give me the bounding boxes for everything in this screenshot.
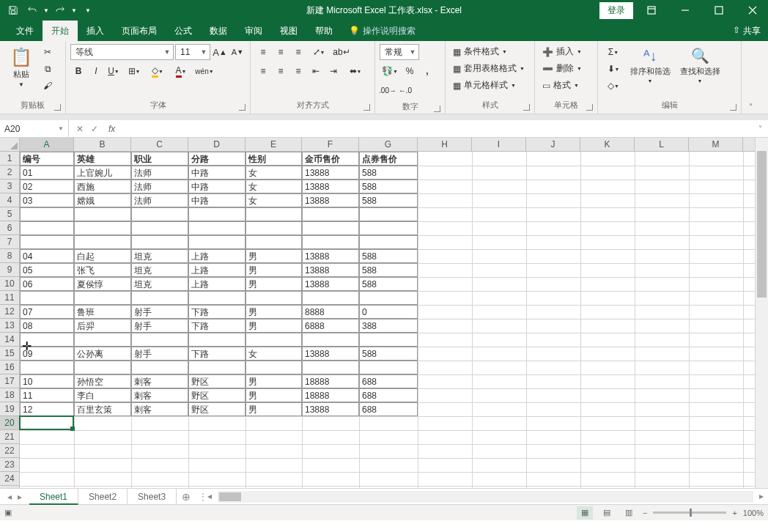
cell[interactable]: 公孙离 bbox=[74, 347, 131, 361]
col-header-B[interactable]: B bbox=[74, 138, 131, 151]
tab-formula[interactable]: 公式 bbox=[166, 21, 201, 41]
cell[interactable] bbox=[302, 235, 359, 249]
align-middle-button[interactable]: ≡ bbox=[273, 44, 289, 60]
cell[interactable]: 野区 bbox=[188, 402, 245, 416]
cell[interactable]: 01 bbox=[20, 166, 74, 180]
row-header-21[interactable]: 21 bbox=[0, 430, 19, 444]
cell[interactable]: 张飞 bbox=[74, 263, 131, 277]
cell[interactable]: 射手 bbox=[131, 347, 188, 361]
cell[interactable]: 性别 bbox=[245, 152, 302, 166]
cell[interactable]: 男 bbox=[245, 249, 302, 263]
row-header-13[interactable]: 13 bbox=[0, 319, 19, 333]
col-header-J[interactable]: J bbox=[526, 138, 580, 151]
cell[interactable] bbox=[245, 221, 302, 235]
cell[interactable] bbox=[188, 235, 245, 249]
cell[interactable]: 中路 bbox=[188, 166, 245, 180]
increase-font-button[interactable]: A▲ bbox=[212, 44, 228, 60]
cell[interactable]: 6888 bbox=[302, 319, 359, 333]
cell[interactable] bbox=[188, 333, 245, 347]
cell[interactable]: 13888 bbox=[302, 277, 359, 291]
tab-view[interactable]: 视图 bbox=[271, 21, 306, 41]
collapse-ribbon-button[interactable]: ˄ bbox=[749, 103, 753, 111]
sheet-tab-2[interactable]: Sheet2 bbox=[78, 489, 128, 505]
cell[interactable]: 13888 bbox=[302, 263, 359, 277]
tell-me-search[interactable]: 💡 操作说明搜索 bbox=[349, 25, 416, 37]
cell[interactable]: 18888 bbox=[302, 374, 359, 388]
cell[interactable]: 职业 bbox=[131, 152, 188, 166]
cell[interactable] bbox=[245, 333, 302, 347]
column-headers[interactable]: ABCDEFGHIJKLM bbox=[20, 138, 755, 152]
number-format-select[interactable]: 常规▼ bbox=[380, 44, 419, 60]
row-header-4[interactable]: 4 bbox=[0, 193, 19, 207]
cell[interactable]: 07 bbox=[20, 305, 74, 319]
cell[interactable]: 13888 bbox=[302, 347, 359, 361]
cell[interactable] bbox=[188, 221, 245, 235]
cell[interactable]: 13888 bbox=[302, 402, 359, 416]
row-header-24[interactable]: 24 bbox=[0, 472, 19, 486]
cell[interactable]: 588 bbox=[359, 277, 418, 291]
underline-button[interactable]: U▼ bbox=[106, 63, 122, 79]
page-break-view-button[interactable]: ▥ bbox=[621, 506, 637, 520]
cell[interactable] bbox=[131, 333, 188, 347]
cell[interactable]: 04 bbox=[20, 249, 74, 263]
cut-button[interactable]: ✂ bbox=[40, 44, 56, 60]
row-header-6[interactable]: 6 bbox=[0, 221, 19, 235]
format-table-button[interactable]: ▦套用表格格式▼ bbox=[450, 61, 528, 76]
record-macro-button[interactable]: ▣ bbox=[4, 508, 12, 517]
col-header-G[interactable]: G bbox=[359, 138, 418, 151]
cell[interactable]: 上官婉儿 bbox=[74, 166, 131, 180]
cell[interactable]: 588 bbox=[359, 249, 418, 263]
page-layout-view-button[interactable]: ▤ bbox=[599, 506, 615, 520]
cell[interactable]: 18888 bbox=[302, 388, 359, 402]
cell[interactable]: 13888 bbox=[302, 249, 359, 263]
cell[interactable] bbox=[131, 235, 188, 249]
cell[interactable]: 女 bbox=[245, 347, 302, 361]
cell[interactable] bbox=[359, 291, 418, 305]
cell-styles-button[interactable]: ▦单元格样式▼ bbox=[450, 78, 519, 93]
cell[interactable] bbox=[302, 361, 359, 374]
next-sheet-button[interactable]: ▸ bbox=[18, 492, 22, 502]
align-right-button[interactable]: ≡ bbox=[290, 63, 306, 79]
col-header-H[interactable]: H bbox=[418, 138, 472, 151]
row-header-5[interactable]: 5 bbox=[0, 207, 19, 221]
font-size-select[interactable]: 11▼ bbox=[175, 44, 210, 60]
cell[interactable] bbox=[245, 291, 302, 305]
cell[interactable]: 男 bbox=[245, 277, 302, 291]
cell[interactable]: 法师 bbox=[131, 166, 188, 180]
cell[interactable]: 男 bbox=[245, 402, 302, 416]
cell[interactable] bbox=[188, 291, 245, 305]
sheet-tab-1[interactable]: Sheet1 bbox=[29, 489, 78, 505]
col-header-F[interactable]: F bbox=[302, 138, 359, 151]
col-header-A[interactable]: A bbox=[20, 138, 74, 151]
increase-indent-button[interactable]: ⇥ bbox=[325, 63, 341, 79]
scroll-thumb[interactable] bbox=[757, 151, 767, 298]
cell[interactable]: 后羿 bbox=[74, 319, 131, 333]
tab-help[interactable]: 帮助 bbox=[306, 21, 341, 41]
zoom-out-button[interactable]: − bbox=[643, 509, 647, 517]
col-header-C[interactable]: C bbox=[131, 138, 188, 151]
cell[interactable]: 11 bbox=[20, 388, 74, 402]
col-header-E[interactable]: E bbox=[245, 138, 302, 151]
conditional-format-button[interactable]: ▦条件格式▼ bbox=[450, 44, 510, 59]
cell[interactable]: 李白 bbox=[74, 388, 131, 402]
cell[interactable]: 刺客 bbox=[131, 374, 188, 388]
percent-button[interactable]: % bbox=[402, 63, 418, 79]
minimize-button[interactable] bbox=[670, 0, 701, 21]
cell[interactable]: 白起 bbox=[74, 249, 131, 263]
row-header-7[interactable]: 7 bbox=[0, 235, 19, 249]
cell[interactable]: 野区 bbox=[188, 374, 245, 388]
expand-formula-button[interactable]: ˅ bbox=[753, 125, 768, 133]
redo-dropdown[interactable]: ▼ bbox=[70, 2, 78, 18]
cell[interactable]: 刺客 bbox=[131, 402, 188, 416]
border-button[interactable]: ⊞▼ bbox=[123, 63, 145, 79]
cell[interactable]: 射手 bbox=[131, 319, 188, 333]
align-bottom-button[interactable]: ≡ bbox=[290, 44, 306, 60]
cell[interactable] bbox=[131, 207, 188, 221]
col-header-D[interactable]: D bbox=[188, 138, 245, 151]
cell[interactable]: 法师 bbox=[131, 193, 188, 207]
row-header-17[interactable]: 17 bbox=[0, 374, 19, 388]
row-header-15[interactable]: 15 bbox=[0, 347, 19, 361]
cell[interactable]: 男 bbox=[245, 305, 302, 319]
cell[interactable] bbox=[359, 207, 418, 221]
normal-view-button[interactable]: ▦ bbox=[577, 506, 593, 520]
